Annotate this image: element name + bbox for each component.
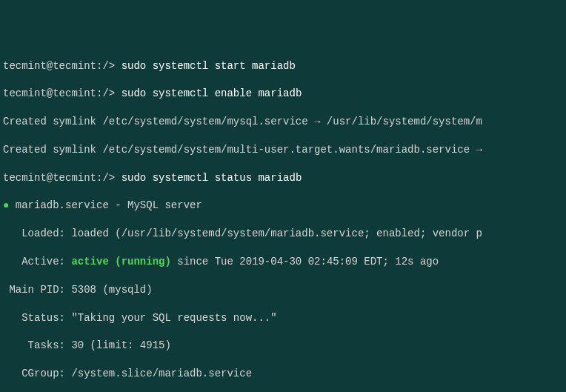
terminal-line-1: tecmint@tecmint:/> sudo systemctl start … bbox=[3, 59, 563, 73]
status-header-line: ● mariadb.service - MySQL server bbox=[3, 199, 563, 213]
terminal-line-3: tecmint@tecmint:/> sudo systemctl status… bbox=[3, 171, 563, 185]
shell-prompt: tecmint@tecmint:/> bbox=[3, 172, 121, 184]
status-msg-line: Status: "Taking your SQL requests now...… bbox=[3, 311, 563, 325]
active-label: Active: bbox=[3, 256, 71, 268]
active-status: active (running) bbox=[71, 256, 170, 268]
active-since: since Tue 2019-04-30 02:45:09 EDT; 12s a… bbox=[171, 256, 439, 268]
command-text: sudo systemctl enable mariadb bbox=[121, 87, 302, 99]
shell-prompt: tecmint@tecmint:/> bbox=[3, 60, 121, 72]
terminal-line-2: tecmint@tecmint:/> sudo systemctl enable… bbox=[3, 87, 563, 101]
main-pid-line: Main PID: 5308 (mysqld) bbox=[3, 283, 563, 297]
command-text: sudo systemctl status mariadb bbox=[121, 172, 302, 184]
loaded-line: Loaded: loaded (/usr/lib/systemd/system/… bbox=[3, 227, 563, 241]
output-symlink-1: Created symlink /etc/systemd/system/mysq… bbox=[3, 115, 563, 129]
shell-prompt: tecmint@tecmint:/> bbox=[3, 87, 121, 99]
tasks-line: Tasks: 30 (limit: 4915) bbox=[3, 339, 563, 353]
active-line: Active: active (running) since Tue 2019-… bbox=[3, 255, 563, 269]
command-text: sudo systemctl start mariadb bbox=[121, 60, 296, 72]
service-title: mariadb.service - MySQL server bbox=[9, 199, 202, 211]
cgroup-line: CGroup: /system.slice/mariadb.service bbox=[3, 367, 563, 381]
output-symlink-2: Created symlink /etc/systemd/system/mult… bbox=[3, 143, 563, 157]
